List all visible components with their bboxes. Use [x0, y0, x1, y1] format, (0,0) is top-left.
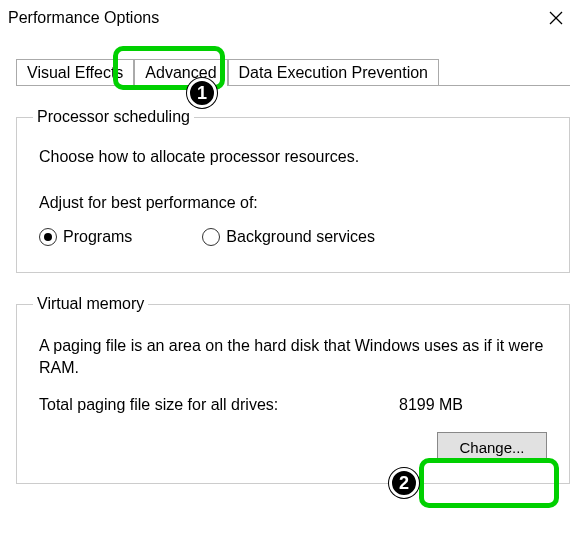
radio-background-services[interactable]: Background services [202, 228, 375, 246]
virtual-memory-button-row: Change... [33, 432, 547, 463]
virtual-memory-total-value: 8199 MB [399, 396, 463, 414]
group-virtual-memory: Virtual memory A paging file is an area … [16, 295, 570, 484]
tab-strip: Visual Effects Advanced Data Execution P… [0, 52, 586, 86]
tab-underline [16, 85, 570, 86]
virtual-memory-total-row: Total paging file size for all drives: 8… [39, 396, 547, 414]
virtual-memory-desc: A paging file is an area on the hard dis… [39, 335, 547, 380]
virtual-memory-total-label: Total paging file size for all drives: [39, 396, 399, 414]
radio-background-label: Background services [226, 228, 375, 246]
close-icon [549, 11, 563, 25]
tab-advanced[interactable]: Advanced [134, 59, 227, 86]
radio-background-indicator [202, 228, 220, 246]
group-processor-scheduling: Processor scheduling Choose how to alloc… [16, 108, 570, 273]
radio-programs[interactable]: Programs [39, 228, 132, 246]
processor-radio-row: Programs Background services [39, 228, 553, 246]
radio-programs-indicator [39, 228, 57, 246]
tab-visual-effects[interactable]: Visual Effects [16, 59, 134, 86]
close-button[interactable] [536, 3, 576, 33]
legend-processor-scheduling: Processor scheduling [33, 108, 194, 126]
radio-programs-label: Programs [63, 228, 132, 246]
legend-virtual-memory: Virtual memory [33, 295, 148, 313]
window-title: Performance Options [8, 9, 159, 27]
titlebar: Performance Options [0, 0, 586, 36]
tab-dep[interactable]: Data Execution Prevention [228, 59, 439, 86]
processor-desc: Choose how to allocate processor resourc… [39, 148, 553, 166]
change-button[interactable]: Change... [437, 432, 547, 463]
processor-adjust-label: Adjust for best performance of: [39, 194, 553, 212]
tab-content: Processor scheduling Choose how to alloc… [0, 108, 586, 484]
